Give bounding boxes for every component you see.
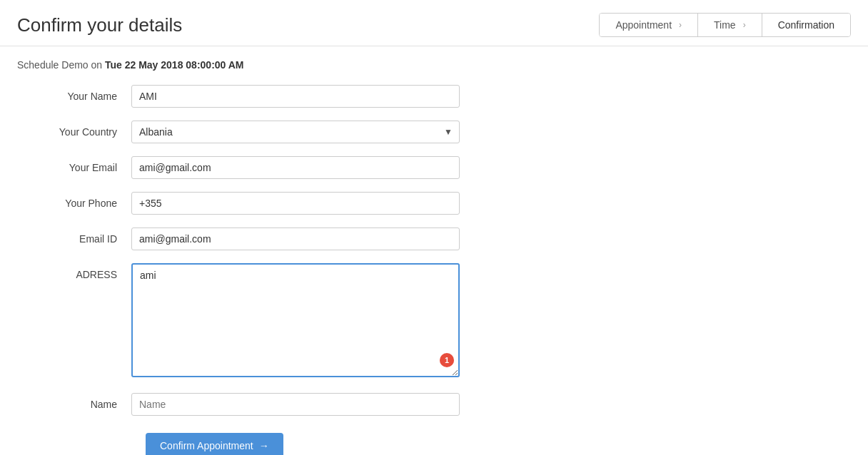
form-container: Your Name Your Country Albania United St… [0,78,868,455]
step-time[interactable]: Time › [698,14,762,36]
input-email-id[interactable] [131,228,460,250]
step-appointment-label: Appointment [615,19,672,31]
input-address[interactable]: ami [131,263,460,377]
field-row-address: ADRESS ami 1 [17,263,851,380]
select-wrapper-country: Albania United States United Kingdom Ger… [131,121,460,143]
page-title: Confirm your details [17,14,182,36]
step-arrow-2: › [743,20,746,30]
field-row-country: Your Country Albania United States Unite… [17,121,851,143]
label-address: ADRESS [17,263,131,280]
steps-navigation: Appointment › Time › Confirmation [599,13,851,37]
field-row-name2: Name [17,393,851,416]
confirm-appointment-button[interactable]: Confirm Appointment → [146,433,283,455]
input-email[interactable] [131,156,460,179]
sub-header-datetime: Tue 22 May 2018 08:00:00 AM [105,59,244,71]
label-email: Your Email [17,156,131,173]
input-name[interactable] [131,85,460,108]
select-country[interactable]: Albania United States United Kingdom Ger… [131,121,460,143]
sub-header: Schedule Demo on Tue 22 May 2018 08:00:0… [0,46,868,78]
confirm-button-label: Confirm Appointment [160,440,253,451]
label-country: Your Country [17,121,131,138]
textarea-wrapper-address: ami 1 [131,263,460,380]
label-name2: Name [17,393,131,410]
field-row-email-id: Email ID [17,228,851,250]
input-name2[interactable] [131,393,460,416]
address-badge: 1 [440,353,454,367]
page-header: Confirm your details Appointment › Time … [0,0,868,46]
step-arrow-1: › [679,20,682,30]
input-phone[interactable] [131,192,460,215]
label-name: Your Name [17,85,131,102]
field-row-name: Your Name [17,85,851,108]
step-time-label: Time [714,19,736,31]
field-row-phone: Your Phone [17,192,851,215]
label-phone: Your Phone [17,192,131,209]
label-email-id: Email ID [17,228,131,245]
arrow-right-icon: → [259,440,269,451]
step-confirmation-label: Confirmation [778,19,834,31]
field-row-email: Your Email [17,156,851,179]
sub-header-prefix: Schedule Demo on [17,59,102,71]
step-confirmation[interactable]: Confirmation [762,14,850,36]
step-appointment[interactable]: Appointment › [600,14,698,36]
